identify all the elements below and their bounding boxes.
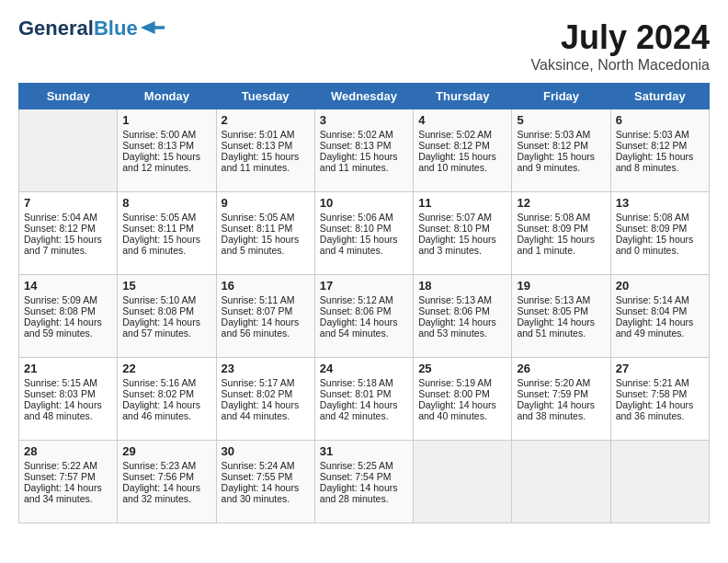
calendar-cell: 30Sunrise: 5:24 AMSunset: 7:55 PMDayligh… (216, 441, 314, 523)
day-info-line: and 30 minutes. (222, 493, 310, 504)
day-info-line: and 10 minutes. (418, 162, 506, 173)
day-info-line: Sunrise: 5:20 AM (517, 377, 605, 388)
day-number: 31 (320, 444, 408, 458)
day-number: 6 (616, 113, 704, 127)
day-info-line: Daylight: 14 hours (418, 399, 506, 410)
day-number: 30 (222, 444, 310, 458)
calendar-cell (414, 441, 512, 523)
day-info-line: Daylight: 15 hours (320, 151, 408, 162)
day-info-line: Sunrise: 5:24 AM (222, 460, 310, 471)
day-info-line: Sunrise: 5:05 AM (122, 212, 210, 223)
day-info-line: Sunrise: 5:08 AM (616, 212, 704, 223)
day-info-line: and 7 minutes. (24, 245, 112, 256)
day-info-line: Sunrise: 5:09 AM (24, 294, 112, 305)
day-info-line: Sunrise: 5:01 AM (222, 129, 310, 140)
day-info-line: and 56 minutes. (222, 327, 310, 339)
calendar-header: SundayMondayTuesdayWednesdayThursdayFrid… (19, 84, 710, 109)
day-info-line: Daylight: 14 hours (517, 399, 605, 410)
day-number: 14 (24, 279, 112, 293)
day-info-line: Sunset: 8:07 PM (222, 305, 310, 316)
day-info-line: Daylight: 14 hours (24, 399, 112, 410)
calendar-body: 1Sunrise: 5:00 AMSunset: 8:13 PMDaylight… (19, 109, 710, 523)
day-number: 12 (517, 196, 605, 210)
calendar-cell: 9Sunrise: 5:05 AMSunset: 8:11 PMDaylight… (216, 192, 314, 275)
weekday-header-sunday: Sunday (19, 84, 118, 109)
day-info-line: Sunset: 8:12 PM (24, 223, 112, 234)
day-info-line: Daylight: 15 hours (222, 234, 310, 245)
day-info-line: and 42 minutes. (320, 410, 408, 421)
calendar-cell (19, 109, 118, 192)
day-info-line: Sunset: 8:12 PM (418, 140, 506, 151)
calendar-cell: 20Sunrise: 5:14 AMSunset: 8:04 PMDayligh… (610, 275, 709, 358)
day-info-line: Daylight: 15 hours (320, 234, 408, 245)
day-info-line: Daylight: 15 hours (418, 234, 506, 245)
day-info-line: Sunset: 8:13 PM (122, 140, 210, 151)
day-info-line: Sunrise: 5:04 AM (24, 212, 112, 223)
calendar-cell: 26Sunrise: 5:20 AMSunset: 7:59 PMDayligh… (512, 358, 610, 441)
day-info-line: Sunset: 8:02 PM (222, 388, 310, 399)
weekday-header-wednesday: Wednesday (314, 84, 413, 109)
day-info-line: Sunrise: 5:17 AM (222, 377, 310, 388)
day-info-line: Daylight: 14 hours (616, 316, 704, 327)
day-info-line: Daylight: 14 hours (320, 399, 408, 410)
day-info-line: Sunset: 7:54 PM (320, 471, 408, 482)
day-info-line: Sunset: 8:09 PM (517, 223, 605, 234)
calendar-cell: 4Sunrise: 5:02 AMSunset: 8:12 PMDaylight… (414, 109, 512, 192)
day-info-line: and 40 minutes. (418, 410, 506, 421)
day-number: 22 (122, 362, 210, 375)
day-info-line: and 1 minute. (517, 245, 605, 256)
day-number: 28 (24, 444, 112, 458)
calendar-cell: 18Sunrise: 5:13 AMSunset: 8:06 PMDayligh… (414, 275, 512, 358)
day-info-line: and 11 minutes. (222, 162, 310, 173)
day-info-line: Daylight: 14 hours (24, 316, 112, 327)
calendar-cell: 2Sunrise: 5:01 AMSunset: 8:13 PMDaylight… (216, 109, 314, 192)
calendar-cell: 29Sunrise: 5:23 AMSunset: 7:56 PMDayligh… (118, 441, 216, 523)
calendar-cell: 28Sunrise: 5:22 AMSunset: 7:57 PMDayligh… (19, 441, 118, 523)
day-info-line: and 11 minutes. (320, 162, 408, 173)
weekday-header-row: SundayMondayTuesdayWednesdayThursdayFrid… (19, 84, 710, 109)
calendar-cell: 23Sunrise: 5:17 AMSunset: 8:02 PMDayligh… (216, 358, 314, 441)
day-info-line: and 57 minutes. (122, 327, 210, 339)
day-info-line: Sunrise: 5:23 AM (122, 460, 210, 471)
calendar-cell: 19Sunrise: 5:13 AMSunset: 8:05 PMDayligh… (512, 275, 610, 358)
day-info-line: Sunrise: 5:15 AM (24, 377, 112, 388)
day-number: 27 (616, 362, 704, 375)
day-info-line: and 38 minutes. (517, 410, 605, 421)
calendar-cell: 6Sunrise: 5:03 AMSunset: 8:12 PMDaylight… (610, 109, 709, 192)
day-number: 20 (616, 279, 704, 293)
day-info-line: and 53 minutes. (418, 327, 506, 339)
day-info-line: Sunset: 7:57 PM (24, 471, 112, 482)
logo-text: GeneralBlue (18, 18, 138, 39)
day-info-line: and 46 minutes. (122, 410, 210, 421)
calendar-table: SundayMondayTuesdayWednesdayThursdayFrid… (18, 83, 710, 523)
day-info-line: Sunset: 8:12 PM (616, 140, 704, 151)
day-info-line: Sunrise: 5:07 AM (418, 212, 506, 223)
day-number: 1 (122, 113, 210, 127)
calendar-cell: 16Sunrise: 5:11 AMSunset: 8:07 PMDayligh… (216, 275, 314, 358)
day-info-line: Sunrise: 5:05 AM (222, 212, 310, 223)
day-number: 24 (320, 362, 408, 375)
day-info-line: Sunset: 8:13 PM (320, 140, 408, 151)
day-info-line: Daylight: 15 hours (616, 234, 704, 245)
day-info-line: Sunrise: 5:13 AM (418, 294, 506, 305)
calendar-cell: 21Sunrise: 5:15 AMSunset: 8:03 PMDayligh… (19, 358, 118, 441)
day-number: 15 (122, 279, 210, 293)
day-number: 9 (222, 196, 310, 210)
day-info-line: Sunset: 8:10 PM (418, 223, 506, 234)
day-info-line: Sunset: 8:06 PM (320, 305, 408, 316)
day-info-line: Sunset: 7:59 PM (517, 388, 605, 399)
calendar-cell (610, 441, 709, 523)
calendar-cell: 7Sunrise: 5:04 AMSunset: 8:12 PMDaylight… (19, 192, 118, 275)
day-info-line: Sunrise: 5:25 AM (320, 460, 408, 471)
day-number: 11 (418, 196, 506, 210)
day-info-line: Daylight: 15 hours (24, 234, 112, 245)
calendar-cell: 22Sunrise: 5:16 AMSunset: 8:02 PMDayligh… (118, 358, 216, 441)
day-info-line: Daylight: 14 hours (122, 316, 210, 327)
month-year-title: July 2024 (531, 18, 710, 57)
day-info-line: Sunrise: 5:06 AM (320, 212, 408, 223)
day-info-line: and 34 minutes. (24, 493, 112, 504)
day-info-line: Daylight: 15 hours (418, 151, 506, 162)
day-number: 4 (418, 113, 506, 127)
day-info-line: and 49 minutes. (616, 327, 704, 339)
calendar-cell: 31Sunrise: 5:25 AMSunset: 7:54 PMDayligh… (314, 441, 413, 523)
